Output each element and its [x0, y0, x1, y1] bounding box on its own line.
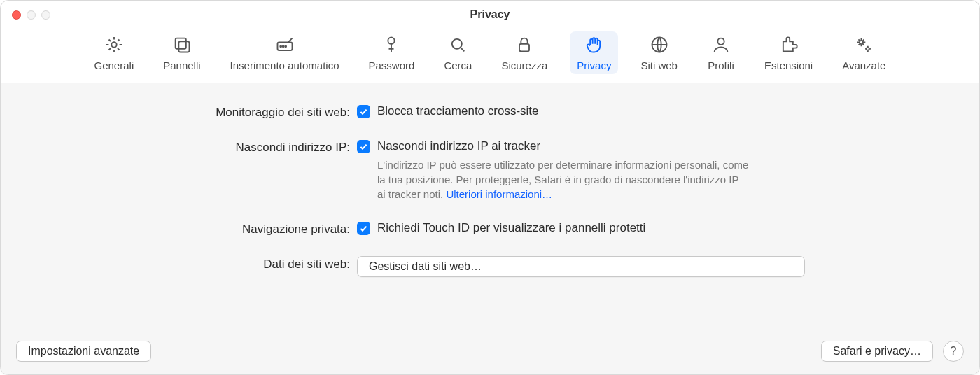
window-title: Privacy [470, 8, 510, 21]
tab-label: Profili [708, 59, 734, 71]
hand-icon [584, 34, 605, 55]
hide-ip-label: Nascondi indirizzo IP: [175, 139, 357, 155]
tab-label: Privacy [577, 59, 611, 71]
preferences-window: Privacy Generali Pannelli Inserimento au… [0, 0, 980, 375]
svg-point-11 [718, 38, 724, 45]
tracking-checkbox-label: Blocca tracciamento cross-site [377, 104, 539, 118]
hide-ip-hint-text: L'indirizzo IP può essere utilizzato per… [377, 159, 748, 200]
tab-privacy[interactable]: Privacy [570, 31, 618, 74]
tab-profiles[interactable]: Profili [700, 31, 742, 74]
gear-icon [104, 34, 125, 55]
safari-privacy-button[interactable]: Safari e privacy… [821, 341, 933, 362]
tab-advanced[interactable]: Avanzate [835, 31, 892, 74]
close-window-button[interactable] [12, 10, 21, 20]
tracking-checkbox[interactable] [357, 105, 370, 118]
panels-icon [172, 34, 192, 55]
tab-passwords[interactable]: Password [362, 31, 422, 74]
private-browsing-label: Navigazione privata: [175, 221, 357, 236]
tab-websites[interactable]: Siti web [634, 31, 685, 74]
globe-icon [649, 34, 670, 55]
gears-icon [853, 34, 874, 55]
maximize-window-button[interactable] [41, 10, 50, 20]
tab-label: Avanzate [842, 59, 886, 71]
tab-autofill[interactable]: Inserimento automatico [223, 31, 346, 74]
tab-label: Generali [94, 59, 134, 71]
puzzle-icon [778, 34, 799, 55]
svg-point-8 [452, 39, 462, 49]
tab-panels[interactable]: Pannelli [156, 31, 207, 74]
hide-ip-more-link[interactable]: Ulteriori informazioni… [446, 188, 552, 200]
tab-label: Cerca [444, 59, 472, 71]
window-controls [12, 10, 50, 20]
tracking-label: Monitoraggio dei siti web: [175, 104, 357, 120]
svg-point-6 [285, 45, 286, 47]
tab-label: Pannelli [163, 59, 200, 71]
tab-extensions[interactable]: Estensioni [757, 31, 820, 74]
tab-security[interactable]: Sicurezza [494, 31, 554, 74]
private-browsing-checkbox[interactable] [357, 222, 370, 235]
svg-rect-2 [178, 41, 189, 52]
hide-ip-hint: L'indirizzo IP può essere utilizzato per… [357, 157, 749, 201]
svg-rect-9 [519, 44, 529, 52]
private-browsing-checkbox-label: Richiedi Touch ID per visualizzare i pan… [377, 221, 645, 235]
tab-search[interactable]: Cerca [437, 31, 479, 74]
tab-general[interactable]: Generali [88, 31, 141, 74]
content-pane: Monitoraggio dei siti web: Blocca tracci… [1, 83, 979, 374]
tab-label: Estensioni [764, 59, 813, 71]
svg-point-5 [282, 45, 284, 47]
titlebar: Privacy [1, 1, 979, 29]
lock-icon [514, 34, 535, 55]
svg-point-7 [388, 38, 395, 44]
footer: Impostazioni avanzate Safari e privacy… … [1, 331, 979, 374]
manage-website-data-button[interactable]: Gestisci dati siti web… [357, 256, 805, 277]
svg-point-0 [111, 42, 116, 47]
preferences-toolbar: Generali Pannelli Inserimento automatico… [1, 29, 979, 83]
tab-label: Inserimento automatico [230, 59, 340, 71]
svg-point-12 [860, 41, 863, 44]
tab-label: Siti web [640, 59, 678, 71]
search-icon [447, 34, 468, 55]
website-data-label: Dati dei siti web: [175, 256, 357, 271]
help-button[interactable]: ? [943, 341, 964, 362]
tab-label: Password [369, 59, 415, 71]
autofill-icon [274, 34, 295, 55]
svg-point-13 [867, 48, 869, 50]
svg-point-4 [280, 45, 281, 47]
hide-ip-checkbox[interactable] [357, 140, 370, 153]
tab-label: Sicurezza [501, 59, 547, 71]
person-icon [710, 34, 732, 55]
advanced-settings-button[interactable]: Impostazioni avanzate [16, 341, 151, 362]
minimize-window-button[interactable] [27, 10, 36, 20]
key-icon [381, 34, 402, 55]
svg-rect-1 [176, 38, 186, 49]
hide-ip-checkbox-label: Nascondi indirizzo IP ai tracker [377, 139, 540, 153]
